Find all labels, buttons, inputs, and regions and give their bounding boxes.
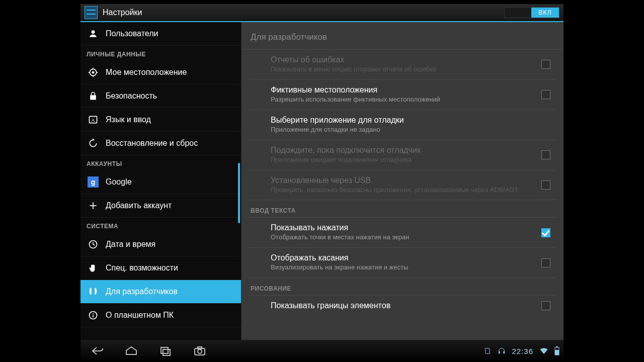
pref-subtitle: Проверять, насколько безопасны приложени…: [271, 186, 534, 195]
pref-subtitle: Отображать точки в местах нажатия на экр…: [271, 233, 534, 242]
home-button[interactable]: [122, 343, 141, 358]
lock-icon: [88, 90, 99, 102]
pref-subtitle: Разрешить использование фиктивных местоп…: [271, 96, 534, 104]
pref-subtitle: Приложение для отладки не задано: [271, 126, 534, 134]
pref-mock-locations[interactable]: Фиктивные местоположения Разрешить испол…: [249, 80, 556, 110]
recent-apps-button[interactable]: [156, 343, 175, 358]
two-pane: Пользователи ЛИЧНЫЕ ДАННЫЕ Мое местополо…: [80, 22, 564, 340]
sidebar-item-label: Для разработчиков: [106, 287, 178, 296]
svg-rect-16: [161, 347, 168, 353]
svg-point-19: [198, 349, 202, 353]
toggle-on-label: ВКЛ: [531, 8, 559, 18]
category-input: ВВОД ТЕКСТА: [249, 200, 556, 218]
checkbox[interactable]: [541, 180, 550, 190]
sidebar-item-label: Дата и время: [106, 240, 155, 249]
screenshot-button[interactable]: [190, 343, 209, 358]
pref-title: Показывать нажатия: [271, 223, 534, 232]
checkbox[interactable]: [541, 90, 550, 99]
pref-bug-reports[interactable]: Отчеты об ошибках Показывать в меню опци…: [249, 50, 556, 80]
headphones-icon: [498, 347, 506, 355]
svg-rect-28: [556, 346, 558, 347]
info-icon: [88, 310, 99, 321]
content-pane: Для разработчиков Отчеты об ошибках Пока…: [242, 22, 564, 340]
master-toggle[interactable]: ВКЛ: [504, 7, 559, 18]
sidebar-item-google[interactable]: g Google: [80, 170, 241, 194]
battery-icon: [554, 346, 559, 355]
svg-rect-17: [163, 349, 170, 355]
user-icon: [88, 28, 99, 39]
sidebar-item-label: Спец. возможности: [106, 263, 178, 273]
system-navbar: 22:36: [80, 340, 564, 362]
pref-show-touches[interactable]: Показывать нажатия Отображать точки в ме…: [249, 218, 556, 248]
sidebar-item-label: Безопасность: [106, 92, 157, 101]
sidebar-item-developer[interactable]: Для разработчиков: [80, 280, 241, 304]
svg-rect-21: [486, 348, 490, 354]
pref-subtitle: Приложение ожидает подключения отладчика: [271, 156, 534, 164]
svg-rect-24: [499, 351, 500, 354]
sidebar-scroll[interactable]: Пользователи ЛИЧНЫЕ ДАННЫЕ Мое местополо…: [80, 22, 241, 340]
status-area[interactable]: 22:36: [484, 346, 559, 355]
sidebar-item-accessibility[interactable]: Спец. возможности: [80, 256, 241, 280]
sidebar-item-backup[interactable]: Восстановление и сброс: [80, 132, 241, 155]
pref-verify-usb[interactable]: Установленные через USB Проверять, наско…: [249, 170, 556, 201]
sidebar-item-add-account[interactable]: Добавить аккаунт: [80, 194, 241, 218]
svg-point-1: [92, 71, 95, 74]
svg-point-22: [485, 348, 485, 348]
pref-title: Показывать границы элементов: [271, 301, 534, 310]
clock-icon: [88, 239, 99, 250]
letterbox: [80, 0, 564, 4]
language-icon: A: [88, 114, 99, 125]
backup-icon: [88, 138, 99, 149]
pref-title: Отображать касания: [271, 253, 534, 262]
sidebar-item-language[interactable]: A Язык и ввод: [80, 108, 241, 132]
back-button[interactable]: [88, 343, 107, 358]
checkbox-checked[interactable]: [541, 228, 550, 237]
sidebar-item-location[interactable]: Мое местоположение: [80, 61, 241, 84]
svg-rect-25: [504, 351, 505, 354]
pref-title: Выберите приложение для отладки: [271, 116, 534, 125]
sidebar-item-label: Google: [106, 177, 132, 187]
pref-wait-debugger[interactable]: Подождите, пока подключится отладчик При…: [249, 140, 556, 170]
svg-point-14: [93, 313, 94, 314]
sidebar-item-label: Восстановление и сброс: [106, 139, 198, 148]
nav-buttons: [85, 343, 209, 358]
checkbox[interactable]: [541, 258, 550, 267]
svg-point-23: [490, 353, 491, 354]
content-title: Для разработчиков: [242, 22, 564, 50]
checkbox[interactable]: [541, 60, 550, 69]
google-icon: g: [88, 176, 99, 188]
sidebar-item-users[interactable]: Пользователи: [80, 22, 241, 46]
sidebar-header-accounts: АККАУНТЫ: [80, 155, 241, 170]
device-frame: Настройки ВКЛ Пользователи: [80, 4, 564, 362]
pref-title: Отчеты об ошибках: [271, 55, 534, 64]
sidebar-header-personal: ЛИЧНЫЕ ДАННЫЕ: [80, 46, 241, 61]
svg-point-0: [92, 30, 95, 34]
pref-subtitle: Визуализировать на экране нажатия и жест…: [271, 263, 534, 272]
location-icon: [88, 67, 99, 78]
braces-icon: [88, 286, 99, 297]
pref-title: Фиктивные местоположения: [271, 85, 534, 95]
pref-layout-bounds[interactable]: Показывать границы элементов: [249, 296, 556, 316]
category-drawing: РИСОВАНИЕ: [249, 278, 556, 296]
sidebar-item-datetime[interactable]: Дата и время: [80, 233, 241, 256]
checkbox[interactable]: [541, 150, 550, 159]
sidebar-item-label: Добавить аккаунт: [106, 201, 172, 210]
svg-text:A: A: [92, 118, 95, 123]
sidebar-item-security[interactable]: Безопасность: [80, 84, 241, 108]
screen: Настройки ВКЛ Пользователи: [80, 0, 564, 362]
sidebar-scrollbar[interactable]: [238, 163, 240, 223]
pref-debug-app[interactable]: Выберите приложение для отладки Приложен…: [249, 110, 556, 140]
pref-subtitle: Показывать в меню опцию отправки отчета …: [271, 65, 534, 74]
pref-title: Подождите, пока подключится отладчик: [271, 146, 534, 155]
settings-app-icon: [85, 6, 98, 19]
sidebar: Пользователи ЛИЧНЫЕ ДАННЫЕ Мое местополо…: [80, 22, 242, 340]
pref-pointer-location[interactable]: Отображать касания Визуализировать на эк…: [249, 248, 556, 278]
rotation-lock-icon: [484, 347, 492, 355]
preference-list[interactable]: Отчеты об ошибках Показывать в меню опци…: [242, 50, 564, 340]
svg-rect-27: [555, 350, 559, 355]
hand-icon: [88, 262, 99, 274]
sidebar-item-label: Язык и ввод: [106, 115, 151, 124]
checkbox[interactable]: [541, 301, 550, 310]
plus-icon: [88, 200, 99, 211]
sidebar-item-about[interactable]: О планшетном ПК: [80, 304, 241, 327]
